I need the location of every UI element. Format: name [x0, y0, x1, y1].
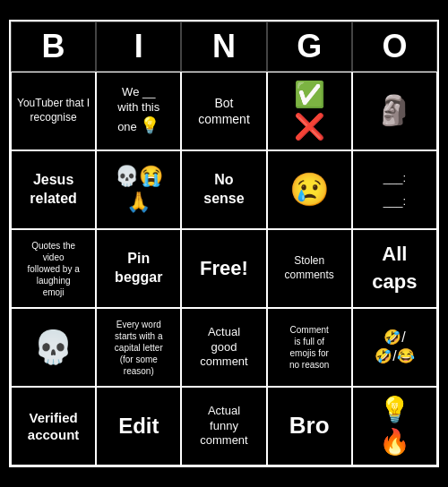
cell-text: Pinbeggar	[115, 250, 162, 287]
cell-r3c1: Every wordstarts with acapital letter(fo…	[96, 308, 181, 387]
cell-r1c1: 💀😭 🙏	[96, 150, 181, 229]
cell-r3c2: Actualgoodcomment	[181, 308, 266, 387]
cell-r4c1: Edit	[96, 387, 181, 466]
cell-r1c0: Jesusrelated	[11, 150, 96, 229]
cell-r2c3: Stolencomments	[267, 229, 352, 308]
cry-emoji: 😢	[289, 169, 330, 211]
cell-r4c3: Bro	[267, 387, 352, 466]
header-n: N	[181, 21, 266, 72]
cell-text: Bro	[289, 411, 330, 441]
skull-emoji: 💀	[33, 327, 73, 369]
cell-text: Allcaps	[372, 241, 417, 296]
header-g: G	[267, 21, 352, 72]
cell-r4c4: 💡🔥	[352, 387, 437, 466]
x-icon: ❌	[294, 111, 325, 143]
bingo-card: B I N G O YouTuber that I recognise We _…	[9, 20, 439, 467]
cell-r2c1: Pinbeggar	[96, 229, 181, 308]
cell-text: Quotes thevideofollowed by alaughingemoj…	[27, 240, 79, 298]
cell-r3c0: 💀	[11, 308, 96, 387]
cell-r0c3: ✅ ❌	[267, 72, 352, 150]
cell-r0c4: 🗿	[352, 72, 437, 150]
cell-text: Actualgoodcomment	[200, 325, 247, 371]
moai-emoji: 🗿	[376, 92, 412, 130]
cell-text: Botcomment	[198, 95, 250, 127]
emoji-combo: 🤣/🤣/😂	[375, 329, 414, 366]
cell-text: We __with thisone 💡	[117, 85, 159, 136]
cell-r3c3: Commentis full ofemojis forno reason	[267, 308, 352, 387]
cell-r1c4: ___:___:	[352, 150, 437, 229]
pray-emoji: 🙏	[126, 190, 151, 216]
cell-text: Verifiedaccount	[28, 409, 80, 444]
bingo-grid: YouTuber that I recognise We __with this…	[11, 72, 437, 466]
skull-emoji: 💀😭	[115, 164, 163, 190]
check-icon: ✅	[294, 79, 325, 111]
cell-r0c1: We __with thisone 💡	[96, 72, 181, 150]
cell-text: Actualfunnycomment	[200, 404, 247, 449]
cell-r1c2: Nosense	[181, 150, 266, 229]
cell-r1c3: 😢	[267, 150, 352, 229]
cell-text: Commentis full ofemojis forno reason	[289, 324, 329, 371]
cell-r0c2: Botcomment	[181, 72, 266, 150]
dash-lines: ___:___:	[383, 167, 406, 213]
cell-text: Nosense	[203, 171, 244, 209]
cell-text: YouTuber that I recognise	[15, 97, 91, 124]
cell-r4c0: Verifiedaccount	[11, 387, 96, 466]
cell-r3c4: 🤣/🤣/😂	[352, 308, 437, 387]
cell-r2c4: Allcaps	[352, 229, 437, 308]
bingo-header: B I N G O	[11, 21, 437, 72]
cell-r4c2: Actualfunnycomment	[181, 387, 266, 466]
header-o: O	[352, 21, 437, 72]
cell-text: Stolencomments	[285, 254, 334, 282]
bulb-fire-emoji: 💡🔥	[379, 394, 410, 459]
cell-text: Every wordstarts with acapital letter(fo…	[115, 319, 163, 377]
free-text: Free!	[200, 256, 248, 282]
header-b: B	[11, 21, 96, 72]
cell-text: Jesusrelated	[30, 171, 76, 209]
header-i: I	[96, 21, 181, 72]
cell-r2c2: Free!	[181, 229, 266, 308]
cell-r2c0: Quotes thevideofollowed by alaughingemoj…	[11, 229, 96, 308]
cell-text: Edit	[118, 412, 159, 440]
cell-r0c0: YouTuber that I recognise	[11, 72, 96, 150]
